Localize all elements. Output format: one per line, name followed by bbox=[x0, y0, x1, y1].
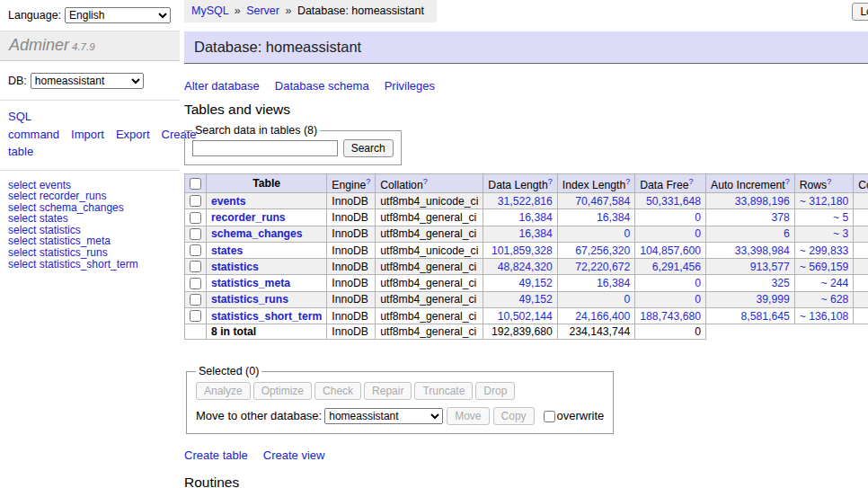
column-header: Engine? bbox=[327, 174, 376, 193]
help-icon[interactable]: ? bbox=[548, 177, 553, 186]
data-length-link[interactable]: 49,152 bbox=[519, 277, 553, 289]
rows-link[interactable]: ~ 5 bbox=[833, 211, 848, 224]
rows-link[interactable]: ~ 244 bbox=[820, 277, 848, 289]
index-length-link[interactable]: 24,166,400 bbox=[575, 310, 630, 323]
table-name-link[interactable]: recorder_runs bbox=[211, 211, 286, 224]
data-free-link[interactable]: 104,857,600 bbox=[640, 244, 701, 257]
data-length-link[interactable]: 49,152 bbox=[519, 293, 553, 306]
selected-fieldset: Selected (0) AnalyzeOptimizeCheckRepairT… bbox=[186, 365, 614, 434]
database-action-link[interactable]: Alter database bbox=[184, 79, 260, 93]
row-checkbox[interactable] bbox=[190, 195, 201, 207]
data-length-link[interactable]: 10,502,144 bbox=[498, 310, 553, 323]
logout-button[interactable]: Logout bbox=[852, 3, 868, 21]
search-button[interactable]: Search bbox=[343, 139, 394, 157]
help-icon[interactable]: ? bbox=[423, 177, 428, 186]
sidebar-table-link[interactable]: select states bbox=[8, 213, 180, 225]
data-length-link[interactable]: 16,384 bbox=[519, 211, 553, 224]
data-length-link[interactable]: 101,859,328 bbox=[492, 244, 553, 257]
data-free-link[interactable]: 0 bbox=[695, 277, 701, 289]
data-free-link[interactable]: 188,743,680 bbox=[640, 310, 701, 323]
selected-action-button[interactable]: Check bbox=[314, 382, 361, 400]
sidebar-action-link[interactable]: Export bbox=[116, 128, 150, 141]
table-name-link[interactable]: statistics_meta bbox=[211, 277, 290, 289]
table-name-link[interactable]: statistics_runs bbox=[211, 293, 288, 306]
search-input[interactable] bbox=[192, 140, 338, 156]
index-length-link[interactable]: 16,384 bbox=[597, 277, 630, 289]
table-name-link[interactable]: statistics bbox=[211, 261, 259, 273]
row-checkbox[interactable] bbox=[190, 261, 201, 272]
data-free-link[interactable]: 6,291,456 bbox=[652, 261, 701, 273]
index-length-link[interactable]: 70,467,584 bbox=[575, 195, 630, 208]
rows-cell: ~ 136,108 bbox=[794, 308, 854, 324]
selected-action-button[interactable]: Repair bbox=[364, 382, 412, 400]
create-link[interactable]: Create view bbox=[263, 448, 325, 462]
auto-increment-link[interactable]: 39,999 bbox=[756, 293, 789, 306]
data-length-link[interactable]: 48,824,320 bbox=[498, 261, 553, 273]
help-icon[interactable]: ? bbox=[366, 177, 370, 186]
data-free-link[interactable]: 0 bbox=[695, 211, 701, 224]
index-length-link[interactable]: 0 bbox=[624, 293, 631, 306]
sidebar-table-link[interactable]: select statistics_runs bbox=[8, 247, 180, 259]
rows-link[interactable]: ~ 312,180 bbox=[800, 195, 849, 208]
rows-link[interactable]: ~ 299,833 bbox=[800, 244, 849, 257]
table-name-link[interactable]: statistics_short_term bbox=[211, 310, 322, 323]
index-length-cell: 72,220,672 bbox=[557, 259, 635, 275]
row-checkbox[interactable] bbox=[190, 310, 201, 322]
sidebar-action-link[interactable]: SQL command bbox=[8, 110, 59, 141]
row-checkbox[interactable] bbox=[190, 294, 201, 306]
selected-action-button[interactable]: Analyze bbox=[196, 382, 251, 400]
rows-link[interactable]: ~ 569,159 bbox=[800, 261, 849, 273]
auto-increment-link[interactable]: 8,581,645 bbox=[741, 310, 790, 323]
collation-cell: utf8mb4_general_ci bbox=[376, 291, 483, 307]
engine-cell: InnoDB bbox=[327, 275, 376, 291]
data-length-link[interactable]: 31,522,816 bbox=[498, 195, 553, 208]
auto-increment-link[interactable]: 913,577 bbox=[750, 261, 790, 273]
sidebar-table-link[interactable]: select recorder_runs bbox=[8, 191, 180, 202]
sidebar-table-link[interactable]: select statistics_short_term bbox=[8, 259, 180, 271]
row-checkbox[interactable] bbox=[190, 278, 201, 289]
selected-action-button[interactable]: Optimize bbox=[253, 382, 312, 400]
row-checkbox[interactable] bbox=[190, 244, 201, 256]
auto-increment-link[interactable]: 33,398,984 bbox=[735, 244, 790, 257]
database-action-link[interactable]: Database schema bbox=[275, 79, 369, 93]
data-free-link[interactable]: 0 bbox=[695, 293, 701, 306]
row-checkbox[interactable] bbox=[190, 228, 201, 240]
select-all-checkbox[interactable] bbox=[190, 178, 201, 190]
help-icon[interactable]: ? bbox=[625, 177, 630, 186]
index-length-link[interactable]: 0 bbox=[624, 227, 631, 240]
auto-increment-link[interactable]: 6 bbox=[784, 227, 790, 240]
create-link[interactable]: Create table bbox=[184, 448, 248, 462]
index-length-link[interactable]: 16,384 bbox=[597, 211, 630, 224]
index-length-link[interactable]: 72,220,672 bbox=[575, 261, 630, 273]
sidebar-action-link[interactable]: Import bbox=[71, 128, 104, 141]
copy-button[interactable]: Copy bbox=[493, 407, 535, 425]
help-icon[interactable]: ? bbox=[688, 177, 693, 186]
breadcrumb-server-link[interactable]: Server bbox=[246, 4, 279, 17]
breadcrumb-mysql-link[interactable]: MySQL bbox=[191, 4, 228, 17]
auto-increment-link[interactable]: 325 bbox=[771, 277, 789, 289]
help-icon[interactable]: ? bbox=[827, 177, 831, 186]
overwrite-checkbox[interactable] bbox=[544, 411, 555, 422]
auto-increment-link[interactable]: 33,898,196 bbox=[735, 195, 790, 208]
db-select[interactable]: homeassistant bbox=[31, 73, 144, 89]
selected-action-button[interactable]: Drop bbox=[475, 382, 515, 400]
data-free-link[interactable]: 50,331,648 bbox=[646, 195, 701, 208]
move-button[interactable]: Move bbox=[447, 407, 489, 425]
rows-link[interactable]: ~ 3 bbox=[833, 227, 848, 240]
selected-action-button[interactable]: Truncate bbox=[414, 382, 473, 400]
rows-link[interactable]: ~ 136,108 bbox=[800, 310, 849, 323]
collation-cell: utf8mb4_unicode_ci bbox=[376, 242, 483, 258]
table-name-link[interactable]: schema_changes bbox=[211, 227, 303, 240]
language-select[interactable]: English bbox=[65, 7, 171, 23]
help-icon[interactable]: ? bbox=[785, 177, 790, 186]
rows-link[interactable]: ~ 628 bbox=[820, 293, 848, 306]
index-length-link[interactable]: 67,256,320 bbox=[575, 244, 630, 257]
data-length-link[interactable]: 16,384 bbox=[519, 227, 553, 240]
database-action-link[interactable]: Privileges bbox=[385, 79, 435, 93]
row-checkbox[interactable] bbox=[190, 212, 201, 224]
data-free-link[interactable]: 0 bbox=[695, 227, 701, 240]
table-name-link[interactable]: events bbox=[211, 195, 246, 208]
table-name-link[interactable]: states bbox=[211, 244, 243, 257]
move-db-select[interactable]: homeassistant bbox=[324, 408, 443, 424]
auto-increment-link[interactable]: 378 bbox=[771, 211, 789, 224]
